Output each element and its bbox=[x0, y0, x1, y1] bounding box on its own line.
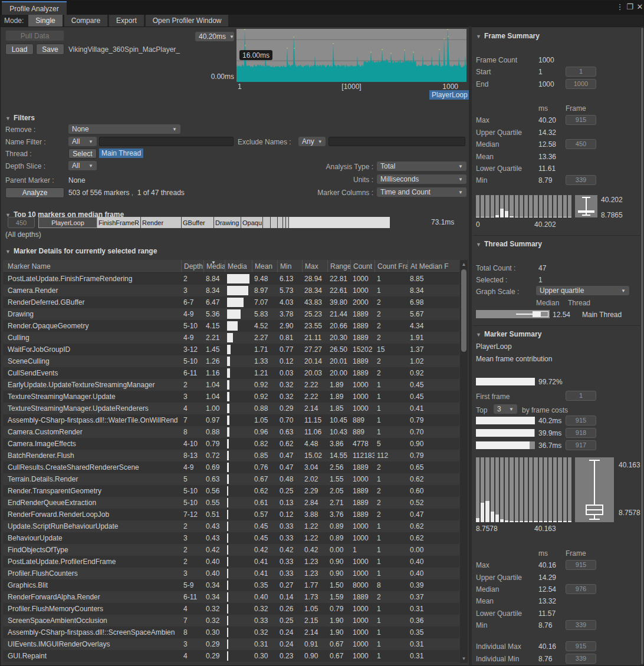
table-row[interactable]: WaitForJobGroupID3-121.451.710.7727.2726… bbox=[3, 344, 459, 355]
cell: 8.34 bbox=[408, 286, 459, 295]
table-row[interactable]: TextureStreamingManager.Update31.040.920… bbox=[3, 391, 459, 403]
right-panel-scrollbar-thumb[interactable] bbox=[641, 28, 643, 664]
kebab-menu-icon[interactable]: ⋮ bbox=[615, 2, 625, 11]
marker-table-header[interactable]: Marker Name Depth ▼Media Media Mean Min … bbox=[3, 260, 459, 273]
marker-details-header[interactable]: ▼Marker Details for currently selected r… bbox=[5, 247, 157, 255]
fs-median-frame-badge[interactable]: 450 bbox=[566, 139, 596, 149]
table-row[interactable]: TextureStreamingManager.UpdateRenderers4… bbox=[3, 403, 459, 414]
name-filter-input[interactable] bbox=[99, 137, 234, 146]
individual-max-frame-badge[interactable]: 915 bbox=[566, 641, 596, 651]
marker-columns-dropdown[interactable]: Time and Count▼ bbox=[377, 187, 466, 197]
table-scrollbar[interactable]: ▲ ▼ bbox=[460, 260, 468, 663]
top-frame-badge-3[interactable]: 917 bbox=[566, 440, 596, 450]
ms-median-frame-badge[interactable]: 976 bbox=[566, 584, 596, 594]
tab-profile-analyzer[interactable]: Profile Analyzer bbox=[2, 1, 67, 15]
top-count-dropdown[interactable]: 3▼ bbox=[494, 404, 517, 414]
top10-frame-badge[interactable]: 450 bbox=[8, 217, 35, 228]
start-frame-badge[interactable]: 1 bbox=[566, 67, 596, 77]
table-row[interactable]: Graphics.Blit5-90.340.350.271.771.508000… bbox=[3, 579, 459, 591]
table-row[interactable]: Update.ScriptRunBehaviourUpdate20.430.45… bbox=[3, 520, 459, 532]
table-row[interactable]: PostLateUpdate.ProfilerEndFrame20.400.41… bbox=[3, 556, 459, 568]
scroll-down-icon[interactable]: ▼ bbox=[460, 656, 468, 661]
maximize-icon[interactable]: ❐ bbox=[625, 2, 635, 11]
table-row[interactable]: Render.OpaqueGeometry5-104.154.522.9023.… bbox=[3, 320, 459, 332]
col-range[interactable]: Range bbox=[327, 260, 350, 272]
load-button[interactable]: Load bbox=[5, 44, 34, 55]
exclude-mode-dropdown[interactable]: Any▼ bbox=[298, 137, 326, 146]
ms-min-frame-badge[interactable]: 339 bbox=[566, 620, 596, 630]
table-row[interactable]: PostLateUpdate.FinishFrameRendering28.84… bbox=[3, 273, 459, 285]
menu-item-compare[interactable]: Compare bbox=[64, 15, 107, 27]
table-row[interactable]: Terrain.Details.Render50.630.670.482.021… bbox=[3, 473, 459, 485]
table-row[interactable]: FindObjectsOfType20.420.420.420.420.0011… bbox=[3, 544, 459, 556]
table-row[interactable]: Profiler.FlushCounters30.400.410.331.230… bbox=[3, 568, 459, 579]
name-filter-mode-dropdown[interactable]: All▼ bbox=[68, 137, 97, 146]
table-row[interactable]: EarlyUpdate.UpdateTextureStreamingManage… bbox=[3, 379, 459, 391]
exclude-names-input[interactable] bbox=[328, 137, 465, 146]
filters-header[interactable]: ▼Filters bbox=[5, 114, 35, 122]
thread-select-button[interactable]: Select bbox=[68, 149, 97, 159]
table-row[interactable]: Camera.CustomRender80.880.960.6311.0610.… bbox=[3, 426, 459, 438]
menu-item-open-profiler-window[interactable]: Open Profiler Window bbox=[146, 15, 229, 27]
table-row[interactable]: Render.TransparentGeometry5-100.560.620.… bbox=[3, 485, 459, 497]
analyze-button[interactable]: Analyze bbox=[5, 187, 64, 198]
table-row[interactable]: RenderForwardAlpha.Render6-110.340.400.1… bbox=[3, 591, 459, 603]
frame-summary-header[interactable]: ▼Frame Summary bbox=[476, 32, 540, 40]
menu-item-export[interactable]: Export bbox=[109, 15, 144, 27]
cell: 25.23 bbox=[302, 310, 327, 318]
table-row[interactable]: CullSendEvents6-111.161.210.0320.0320.00… bbox=[3, 367, 459, 379]
col-marker-name[interactable]: Marker Name bbox=[3, 260, 181, 272]
table-row[interactable]: Assembly-CSharp-firstpass.dll!::WaterTil… bbox=[3, 414, 459, 426]
table-row[interactable]: Camera.ImageEffects4-100.790.820.624.483… bbox=[3, 438, 459, 450]
table-row[interactable]: BehaviourUpdate30.430.450.331.220.891000… bbox=[3, 532, 459, 544]
col-depth[interactable]: Depth bbox=[181, 260, 203, 272]
units-dropdown[interactable]: Milliseconds▼ bbox=[377, 174, 466, 184]
remove-dropdown[interactable]: None▼ bbox=[68, 124, 180, 134]
table-row[interactable]: EndRenderQueueExtraction5-100.550.610.13… bbox=[3, 497, 459, 509]
end-frame-badge[interactable]: 1000 bbox=[566, 79, 596, 89]
table-row[interactable]: SceneCulling5-101.261.330.1220.1420.0118… bbox=[3, 355, 459, 367]
analysis-type-dropdown[interactable]: Total▼ bbox=[377, 161, 466, 171]
col-count-frame[interactable]: Count Fra bbox=[374, 260, 408, 272]
table-row[interactable]: ScreenSpaceAmbientOcclusion70.320.330.25… bbox=[3, 615, 459, 627]
col-mean[interactable]: Mean bbox=[252, 260, 277, 272]
close-icon[interactable]: ✕ bbox=[635, 2, 644, 11]
table-row[interactable]: Profiler.FlushMemoryCounters40.320.320.2… bbox=[3, 603, 459, 615]
save-button[interactable]: Save bbox=[36, 44, 64, 55]
graph-scale-dropdown[interactable]: Upper quartile▼ bbox=[536, 286, 629, 295]
fs-min-frame-badge[interactable]: 339 bbox=[566, 175, 596, 185]
right-panel-scrollbar[interactable] bbox=[640, 27, 644, 666]
col-count[interactable]: Count bbox=[350, 260, 374, 272]
cell-median-bar bbox=[225, 451, 252, 460]
first-frame-badge[interactable]: 1 bbox=[566, 391, 596, 401]
marker-summary-header[interactable]: ▼Marker Summary bbox=[476, 330, 541, 338]
table-row[interactable]: Culling4-92.212.270.8121.1120.30188921.9… bbox=[3, 332, 459, 344]
frame-time-chart[interactable]: 16.00ms bbox=[236, 29, 466, 82]
table-row[interactable]: RenderDeferred.GBuffer6-76.477.074.0343.… bbox=[3, 296, 459, 308]
col-at-median-frame[interactable]: At Median F bbox=[408, 260, 459, 272]
individual-min-frame-badge[interactable]: 339 bbox=[566, 654, 596, 664]
menu-item-single[interactable]: Single bbox=[28, 15, 62, 27]
pull-data-button[interactable]: Pull Data bbox=[5, 30, 64, 41]
table-row[interactable]: UIEvents.IMGUIRenderOverlays30.290.310.2… bbox=[3, 638, 459, 650]
table-row[interactable]: CullResults.CreateSharedRendererScene4-9… bbox=[3, 461, 459, 473]
ms-max-frame-badge[interactable]: 915 bbox=[566, 560, 596, 570]
table-row[interactable]: RenderForward.RenderLoopJob7-120.510.570… bbox=[3, 509, 459, 520]
table-row[interactable]: Assembly-CSharp-firstpass.dll!::ScreenSp… bbox=[3, 627, 459, 638]
scroll-up-icon[interactable]: ▲ bbox=[460, 262, 468, 267]
table-row[interactable]: BatchRenderer.Flush8-130.720.850.4715.02… bbox=[3, 450, 459, 461]
col-median-bar[interactable]: Media bbox=[225, 260, 252, 272]
range-dropdown[interactable]: 40.20ms▼ bbox=[195, 32, 234, 41]
fs-max-frame-badge[interactable]: 915 bbox=[566, 115, 596, 125]
col-median[interactable]: ▼Media bbox=[203, 260, 225, 272]
table-row[interactable]: Drawing4-95.365.833.7825.2321.44188925.6… bbox=[3, 308, 459, 320]
thread-summary-header[interactable]: ▼Thread Summary bbox=[476, 240, 542, 248]
table-scrollbar-thumb[interactable] bbox=[461, 269, 466, 352]
table-row[interactable]: GUI.Repaint40.290.300.230.900.67100010.3… bbox=[3, 650, 459, 662]
col-min[interactable]: Min bbox=[277, 260, 302, 272]
col-max[interactable]: Max bbox=[302, 260, 327, 272]
top-frame-badge-1[interactable]: 915 bbox=[566, 416, 596, 426]
table-row[interactable]: Camera.Render38.348.975.7328.3422.611000… bbox=[3, 285, 459, 296]
top-frame-badge-2[interactable]: 918 bbox=[566, 428, 596, 438]
depth-slice-dropdown[interactable]: All▼ bbox=[68, 161, 97, 170]
